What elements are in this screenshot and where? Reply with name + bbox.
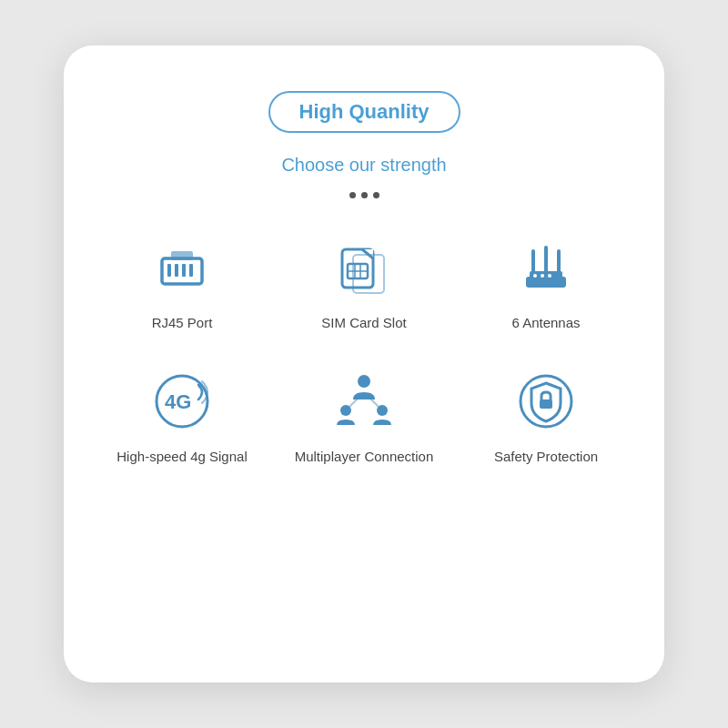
- 4g-icon: 4G: [149, 369, 215, 434]
- rj45-label: RJ45 Port: [152, 313, 213, 332]
- feature-4g: 4G High-speed 4g Signal: [100, 369, 264, 466]
- antennas-label: 6 Antennas: [511, 313, 580, 332]
- svg-rect-30: [540, 399, 552, 409]
- svg-rect-16: [531, 249, 535, 273]
- svg-point-24: [358, 375, 370, 388]
- antennas-icon: [513, 235, 579, 300]
- 4g-label: High-speed 4g Signal: [116, 447, 247, 466]
- dots-decoration: [349, 192, 379, 198]
- svg-point-20: [541, 274, 544, 278]
- dot-2: [361, 192, 368, 198]
- svg-rect-18: [557, 249, 561, 273]
- svg-rect-17: [544, 246, 548, 273]
- svg-text:4G: 4G: [165, 390, 191, 413]
- safety-label: Safety Protection: [494, 447, 598, 466]
- dot-3: [373, 192, 379, 198]
- sim-label: SIM Card Slot: [321, 313, 406, 332]
- svg-rect-5: [171, 251, 193, 260]
- svg-point-19: [533, 274, 537, 278]
- features-grid: RJ45 Port SIM: [100, 235, 628, 466]
- svg-point-21: [548, 274, 551, 278]
- safety-icon: [513, 369, 579, 434]
- badge: High Quanlity: [268, 91, 460, 133]
- subtitle: Choose our strength: [281, 155, 446, 176]
- feature-antennas: 6 Antennas: [464, 235, 628, 332]
- feature-safety: Safety Protection: [464, 369, 628, 466]
- dot-1: [349, 192, 356, 198]
- sim-icon: [331, 235, 397, 300]
- svg-rect-4: [189, 264, 193, 277]
- svg-rect-2: [175, 264, 178, 277]
- feature-sim: SIM Card Slot: [282, 235, 446, 332]
- multiplayer-label: Multiplayer Connection: [295, 447, 434, 466]
- main-card: High Quanlity Choose our strength: [64, 46, 664, 682]
- rj45-icon: [149, 235, 215, 300]
- feature-rj45: RJ45 Port: [100, 235, 264, 332]
- badge-text: High Quanlity: [299, 100, 430, 123]
- feature-multiplayer: Multiplayer Connection: [282, 369, 446, 466]
- svg-rect-1: [167, 264, 171, 277]
- multiplayer-icon: [331, 369, 397, 434]
- svg-rect-3: [182, 264, 186, 277]
